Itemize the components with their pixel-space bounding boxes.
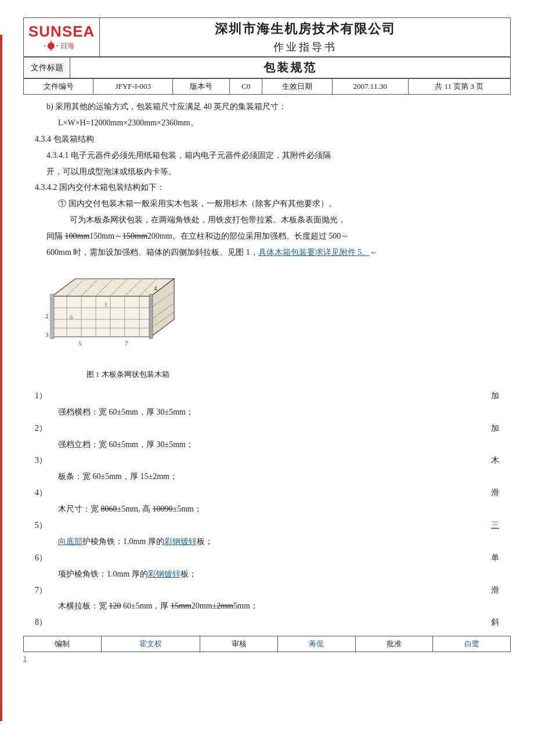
company-name: 深圳市海生机房技术有限公司: [104, 20, 506, 38]
item4-right: 滑: [488, 485, 499, 501]
item1-right: 加: [488, 388, 499, 404]
meta-effective-value: 2007.11.30: [332, 79, 408, 95]
strike-8060: 8060: [101, 505, 117, 513]
item3-num: 3）: [35, 453, 58, 468]
svg-rect-27: [50, 294, 54, 339]
item8-num: 8）: [35, 615, 58, 630]
item4-content: 木尺寸：宽 8060±5mm, 高 10090±5mm；: [35, 502, 499, 517]
strike-2mm: 2mm: [217, 602, 233, 610]
section-4341-2: 开，可以用成型泡沫或纸板内卡等。: [35, 164, 499, 179]
svg-marker-6: [52, 296, 151, 337]
figure-area: 4 2 3 5 7 6 1 图 1 木板条网状包装木箱: [35, 267, 499, 381]
item6-content: 项护棱角铁：1.0mm 厚的彩钢镀锌板；: [35, 567, 499, 582]
strike-120: 120: [109, 602, 121, 610]
strike-15mm: 15mm: [171, 602, 192, 610]
footer-approve-label: 批准: [355, 636, 433, 652]
doc-type: 作业指导书: [104, 40, 506, 54]
item6-right: 单: [488, 550, 499, 566]
meta-version-value: C0: [230, 79, 262, 95]
item7-content: 木横拉板：宽 120 60±5mm，厚 15mm20mm±2mm5mm；: [35, 599, 499, 614]
svg-text:4: 4: [154, 285, 157, 291]
logo-icon: 日海: [44, 41, 79, 51]
circle-item-1-4: 600mm 时，需加设加强档。箱体的四侧加斜拉板。见图 1，具体木箱包装要求详见…: [35, 245, 499, 260]
footer-edit-label: 编制: [24, 636, 102, 652]
footer-review-label: 审核: [200, 636, 278, 652]
info-table: 文件标题 包装规范: [23, 57, 511, 78]
circle-item-1-2: 可为木板条网状包装，在两端角铁处，用铁皮打包带拉紧。木板条表面抛光，: [35, 213, 499, 228]
header-table: SUNSEA 日海 深圳市海生机房技术有限公司 作业指导书: [23, 17, 511, 57]
svg-rect-28: [149, 294, 153, 339]
meta-pages: 共 11 页第 3 页: [408, 79, 510, 95]
svg-text:2: 2: [45, 312, 49, 319]
svg-text:3: 3: [45, 331, 49, 338]
item-row-8: 8） 斜: [35, 615, 499, 630]
item5-content: 向底部护棱角铁：1.0mm 厚的彩钢镀锌板；: [35, 534, 499, 549]
item8-right: 斜: [488, 615, 499, 630]
meta-table: 文件编号 JFYF-I-003 版本号 C0 生效日期 2007.11.30 共…: [23, 78, 511, 95]
meta-version-label: 版本号: [173, 79, 230, 95]
main-content: b) 采用其他的运输方式，包装箱尺寸应满足 40 英尺的集装箱尺寸： L×W×H…: [23, 95, 511, 636]
svg-text:6: 6: [70, 314, 73, 321]
strike-150: 150mm: [122, 232, 147, 240]
item2-content: 强档立档：宽 60±5mm，厚 30±5mm；: [35, 437, 499, 452]
file-title-value: 包装规范: [70, 57, 511, 78]
item1-num: 1）: [35, 388, 58, 404]
section-4341: 4.3.4.1 电子元器件必须先用纸箱包装，箱内电子元器件必须固定，其附件必须隔: [35, 148, 499, 163]
item3-content: 板条：宽 60±5mm，厚 15±2mm；: [35, 469, 499, 484]
wood-box-figure: 4 2 3 5 7 6 1: [35, 267, 221, 360]
section-434: 4.3.4 包装箱结构: [35, 132, 499, 147]
item-row-5: 5） 三: [35, 518, 499, 533]
footer-edit-name[interactable]: 霍文权: [101, 636, 200, 652]
strike-100: 100mm: [65, 232, 90, 240]
item-row-7: 7） 滑: [35, 583, 499, 598]
item2-num: 2）: [35, 421, 58, 436]
circle-item-1-3: 间隔 100mm150mm～150mm200mm。在立柱和边的部位采用加强档。长…: [35, 229, 499, 244]
meta-number-label: 文件编号: [24, 79, 93, 95]
item5-right: 三: [488, 518, 499, 533]
svg-text:5: 5: [78, 340, 82, 347]
logo-text: SUNSEA: [28, 23, 95, 41]
item7-right: 滑: [488, 583, 499, 598]
footer-approve-name[interactable]: 白鹭: [433, 636, 511, 652]
line-dimensions: L×W×H=12000mm×2300mm×2360mm。: [35, 116, 499, 131]
svg-text:7: 7: [125, 340, 128, 347]
section-4342: 4.3.4.2 国内交付木箱包装结构如下：: [35, 180, 499, 195]
meta-effective-label: 生效日期: [262, 79, 332, 95]
svg-text:1: 1: [104, 301, 107, 308]
logo-cell: SUNSEA 日海: [24, 18, 100, 57]
line-b: b) 采用其他的运输方式，包装箱尺寸应满足 40 英尺的集装箱尺寸：: [35, 99, 499, 114]
svg-point-0: [48, 42, 55, 49]
item-row-2: 2） 加: [35, 421, 499, 436]
item5-link2[interactable]: 彩钢镀锌: [164, 537, 197, 546]
file-title-label: 文件标题: [24, 57, 70, 78]
circle-item-1: ① 国内交付包装木箱一般采用实木包装，一般用杉木（除客户有其他要求）。: [35, 196, 499, 211]
company-name-cell: 深圳市海生机房技术有限公司 作业指导书: [100, 18, 511, 57]
item-row-4: 4） 滑: [35, 485, 499, 501]
item-row-3: 3） 木: [35, 453, 499, 468]
item2-right: 加: [488, 421, 499, 436]
meta-number-value: JFYF-I-003: [93, 79, 173, 95]
item7-num: 7）: [35, 583, 58, 598]
attachment-link[interactable]: 具体木箱包装要求详见附件 5。: [258, 248, 370, 257]
item3-right: 木: [488, 453, 499, 468]
strike-10090: 10090: [152, 505, 172, 513]
page-number: 1: [23, 654, 511, 663]
item5-num: 5）: [35, 518, 58, 533]
footer-table: 编制 霍文权 审核 蒋侃 批准 白鹭: [23, 636, 511, 652]
item5-link1[interactable]: 向底部: [58, 537, 82, 546]
item4-num: 4）: [35, 485, 58, 501]
logo-sub: 日海: [28, 41, 95, 52]
item6-num: 6）: [35, 550, 58, 566]
item6-link[interactable]: 彩钢镀锌: [148, 570, 181, 578]
item1-content: 强档横档：宽 60±5mm，厚 30±5mm；: [35, 405, 499, 420]
figure-caption: 图 1 木板条网状包装木箱: [35, 368, 221, 381]
page-container: SUNSEA 日海 深圳市海生机房技术有限公司 作业指导书: [0, 0, 534, 756]
svg-text:日海: 日海: [60, 42, 74, 50]
figure-box: 4 2 3 5 7 6 1 图 1 木板条网状包装木箱: [35, 267, 221, 381]
item-row-1: 1） 加: [35, 388, 499, 404]
footer-review-name[interactable]: 蒋侃: [277, 636, 355, 652]
line-b-text: b) 采用其他的运输方式，包装箱尺寸应满足 40 英尺的集装箱尺寸：: [46, 102, 287, 111]
item-row-6: 6） 单: [35, 550, 499, 566]
